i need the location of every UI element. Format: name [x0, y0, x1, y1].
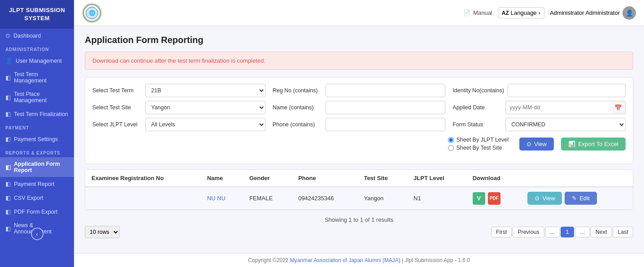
place-icon: ◧ [5, 94, 11, 101]
app-form-icon: ◧ [5, 164, 11, 171]
pdf-form-icon: ◧ [5, 208, 11, 215]
sidebar-section-reports: REPORTS & EXPORTS [0, 146, 74, 157]
export-excel-button[interactable]: 📊 Export To Excel [561, 138, 626, 151]
page-title: Application Form Reporting [85, 35, 633, 45]
language-button[interactable]: AZ Language › [498, 7, 544, 18]
pdf-download-icon[interactable]: PDF [488, 192, 500, 205]
sidebar-item-user-management[interactable]: 👤 User Management [0, 54, 74, 68]
phone-label: Phone (contains) [273, 121, 322, 128]
cell-phone: 09424235346 [292, 187, 358, 210]
sidebar-item-test-term-finalization[interactable]: ◧ Test Term Finalization [0, 107, 74, 121]
footer-text-prefix: Copyright ©2022 [248, 257, 290, 263]
sheet-radio-group: Sheet By JLPT Level Sheet By Test Site [448, 137, 509, 151]
manual-icon: 📄 [463, 9, 470, 16]
test-term-select[interactable]: 21B [145, 84, 265, 97]
sidebar-item-payment-report[interactable]: ◧ Payment Report [0, 177, 74, 191]
cell-name: NU NU [201, 187, 243, 210]
sidebar-item-label: User Management [16, 58, 62, 64]
rows-per-page: 10 rows 20 rows 50 rows [85, 226, 120, 238]
vue-download-icon[interactable]: V [473, 192, 485, 205]
form-status-select[interactable]: CONFIRMED [505, 118, 626, 131]
table-row: NU NU FEMALE 09424235346 Yangon N1 V PDF [85, 187, 633, 210]
sidebar-item-application-form-report[interactable]: ◧ Application Form Report [0, 157, 74, 177]
content-area: Application Form Reporting Download can … [74, 26, 644, 253]
user-info[interactable]: Administrator Administrator 👤 [550, 6, 636, 20]
sidebar-collapse-button[interactable]: ‹ [31, 228, 44, 240]
table-header: Examinee Registration No Name Gender Pho… [85, 170, 633, 187]
identity-no-input[interactable] [508, 84, 626, 97]
row-actions: ⊙ View ✎ Edit [527, 192, 627, 205]
radio-jlpt-level-label: Sheet By JLPT Level [456, 137, 509, 143]
previous-page-button[interactable]: Previous [513, 227, 544, 237]
applied-date-input[interactable] [505, 101, 611, 114]
calendar-button[interactable]: 📅 [611, 101, 626, 114]
payment-settings-icon: ◧ [5, 136, 11, 142]
name-input[interactable] [326, 101, 446, 114]
row-view-button[interactable]: ⊙ View [527, 192, 562, 205]
sidebar-item-label: Payment Settings [14, 136, 58, 142]
news-icon: ◧ [5, 225, 11, 232]
view-button[interactable]: ⊙ View [519, 138, 554, 151]
payment-report-icon: ◧ [5, 181, 11, 187]
view-icon: ⊙ [527, 141, 531, 147]
sidebar-item-label: Test Place Management [14, 91, 69, 103]
name-label: Name (contains) [273, 104, 322, 111]
row-view-icon: ⊙ [535, 195, 540, 202]
first-page-button[interactable]: First [491, 227, 512, 237]
pagination-info: Showing 1 to 1 of 1 results [325, 216, 393, 223]
col-jlpt-level: JLPT Level [407, 170, 466, 187]
phone-input[interactable] [326, 118, 446, 131]
radio-jlpt-level-input[interactable] [448, 137, 454, 143]
sidebar-item-pdf-form-export[interactable]: ◧ PDF Form Export [0, 205, 74, 219]
filter-test-site: Select Test Site Yangon [92, 101, 265, 114]
pagination-section: Showing 1 to 1 of 1 results 10 rows 20 r… [85, 216, 633, 242]
filter-phone: Phone (contains) [273, 118, 446, 131]
term-icon: ◧ [5, 74, 11, 81]
export-icon: 📊 [568, 141, 575, 147]
filter-test-term: Select Test Term 21B [92, 84, 265, 97]
pagination-buttons: First Previous ... 1 ... Next Last [491, 227, 633, 237]
sidebar-item-label: Test Term Finalization [14, 111, 68, 117]
sidebar-item-label: CSV Export [14, 195, 43, 201]
header: 🌐 📄 Manual AZ Language › Administrator A… [74, 0, 644, 26]
sidebar-item-test-term-management[interactable]: ◧ Test Term Management [0, 68, 74, 87]
col-download: Download [466, 170, 522, 187]
footer-link[interactable]: Myanmar Association of Japan Alumni (MAJ… [290, 257, 400, 263]
reg-no-input[interactable] [326, 84, 446, 97]
user-icon: 👤 [5, 57, 13, 64]
ellipsis-left: ... [545, 227, 560, 237]
sidebar-item-payment-settings[interactable]: ◧ Payment Settings [0, 132, 74, 146]
test-site-select[interactable]: Yangon [145, 101, 265, 114]
test-term-label: Select Test Term [92, 87, 142, 94]
reg-no-label: Reg No (contains) [273, 87, 322, 94]
chevron-right-icon: › [539, 9, 540, 16]
page-1-button[interactable]: 1 [561, 227, 574, 237]
col-test-site: Test Site [357, 170, 407, 187]
table-body: NU NU FEMALE 09424235346 Yangon N1 V PDF [85, 187, 633, 210]
rows-select-dropdown[interactable]: 10 rows 20 rows 50 rows [85, 226, 120, 238]
cell-reg-no [85, 187, 201, 210]
view-label: View [534, 141, 547, 147]
avatar-icon: 👤 [626, 9, 633, 17]
manual-button[interactable]: 📄 Manual [463, 9, 492, 16]
sidebar-item-label: Application Form Report [14, 161, 69, 173]
test-site-label: Select Test Site [92, 104, 142, 111]
row-edit-label: Edit [579, 195, 589, 202]
sidebar-item-test-place-management[interactable]: ◧ Test Place Management [0, 87, 74, 107]
jlpt-level-select[interactable]: All Levels [145, 118, 265, 131]
radio-jlpt-level[interactable]: Sheet By JLPT Level [448, 137, 509, 143]
filter-applied-date: Applied Date 📅 [453, 101, 626, 114]
radio-test-site-input[interactable] [448, 145, 454, 151]
col-reg-no: Examinee Registration No [85, 170, 201, 187]
sidebar-item-label: PDF Form Export [14, 209, 57, 215]
sidebar-item-label: Test Term Management [14, 71, 69, 84]
row-edit-button[interactable]: ✎ Edit [565, 192, 596, 205]
radio-test-site[interactable]: Sheet By Test Site [448, 145, 509, 151]
sidebar-item-csv-export[interactable]: ◧ CSV Export [0, 191, 74, 205]
filter-grid: Select Test Term 21B Reg No (contains) I… [92, 84, 626, 131]
last-page-button[interactable]: Last [613, 227, 633, 237]
results-table: Examinee Registration No Name Gender Pho… [85, 170, 633, 210]
next-page-button[interactable]: Next [591, 227, 612, 237]
sidebar-item-dashboard[interactable]: ⊙ Dashboard [0, 29, 74, 43]
col-actions [521, 170, 633, 187]
